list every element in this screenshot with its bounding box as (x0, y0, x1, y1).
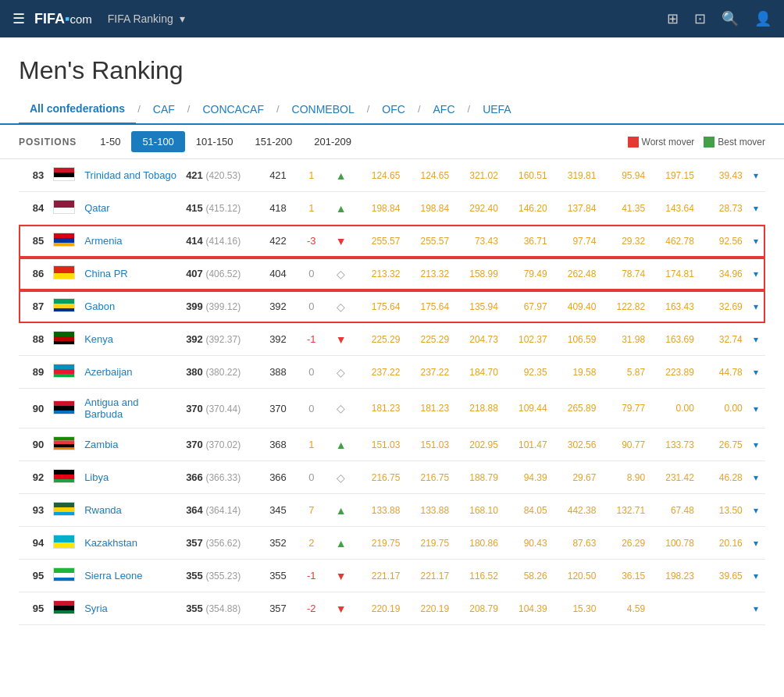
v2-cell: 220.19 (404, 592, 454, 625)
expand-cell[interactable]: ▾ (747, 225, 765, 258)
expand-cell[interactable]: ▾ (747, 527, 765, 560)
rank-cell: 84 (19, 192, 48, 225)
expand-icon[interactable]: ▾ (754, 571, 758, 581)
country-link[interactable]: Trinidad and Tobago (84, 169, 176, 181)
points-exact: (366.33) (205, 472, 241, 483)
country-link[interactable]: Azerbaijan (84, 366, 132, 378)
cart-icon[interactable]: ⊡ (694, 10, 706, 27)
expand-icon[interactable]: ▾ (754, 404, 758, 414)
prev-points-cell: 370 (259, 389, 297, 429)
conf-tab-ofc[interactable]: OFC (371, 95, 416, 123)
pos-tab-201-209[interactable]: 201-209 (303, 131, 362, 152)
country-link[interactable]: Qatar (84, 202, 110, 214)
country-link[interactable]: Antigua and Barbuda (84, 397, 138, 420)
country-link[interactable]: Libya (84, 471, 109, 483)
points-cell: 380 (380.22) (181, 356, 259, 389)
country-cell: Qatar (80, 192, 181, 225)
table-row: 87 Gabon 399 (399.12) 392 0 ◇ 175.64 175… (19, 290, 765, 323)
points-value: 355 (186, 603, 203, 614)
arrow-neutral-icon: ◇ (337, 300, 345, 313)
v8-cell: 46.28 (699, 461, 747, 494)
v3-cell: 158.99 (454, 258, 503, 290)
v2-cell: 124.65 (404, 159, 454, 192)
site-logo[interactable]: FIFA▪com (34, 11, 92, 27)
country-link[interactable]: Syria (84, 603, 108, 614)
expand-icon[interactable]: ▾ (754, 538, 758, 549)
conf-tab-conmebol[interactable]: CONMEBOL (281, 95, 365, 123)
conf-tab-concacaf[interactable]: CONCACAF (191, 95, 275, 123)
expand-icon[interactable]: ▾ (754, 170, 758, 181)
pos-tab-151-200[interactable]: 151-200 (244, 131, 304, 152)
country-link[interactable]: Kenya (84, 333, 113, 345)
v6-cell: 90.77 (600, 429, 650, 461)
country-link[interactable]: Kazakhstan (84, 537, 137, 549)
grid-icon[interactable]: ⊞ (667, 10, 679, 27)
country-cell: Antigua and Barbuda (80, 389, 181, 429)
prev-points-cell: 357 (259, 592, 297, 625)
expand-icon[interactable]: ▾ (754, 236, 758, 247)
menu-icon[interactable]: ☰ (12, 10, 25, 27)
country-link[interactable]: Rwanda (84, 504, 122, 516)
flag-cell (48, 258, 80, 290)
conf-tab-afc[interactable]: AFC (422, 95, 466, 123)
search-icon[interactable]: 🔍 (722, 10, 739, 27)
expand-cell[interactable]: ▾ (747, 592, 765, 625)
expand-icon[interactable]: ▾ (754, 505, 758, 516)
svg-rect-11 (54, 304, 75, 308)
expand-cell[interactable]: ▾ (747, 323, 765, 356)
expand-cell[interactable]: ▾ (747, 290, 765, 323)
v5-cell: 442.38 (552, 494, 601, 527)
v3-cell: 292.40 (454, 192, 503, 225)
conf-tab-caf[interactable]: CAF (142, 95, 186, 123)
expand-cell[interactable]: ▾ (747, 159, 765, 192)
v8-cell: 26.75 (699, 429, 747, 461)
arrow-neutral-icon: ◇ (337, 402, 345, 414)
expand-cell[interactable]: ▾ (747, 429, 765, 461)
expand-icon[interactable]: ▾ (754, 367, 758, 378)
v7-cell: 143.64 (650, 192, 699, 225)
expand-icon[interactable]: ▾ (754, 301, 758, 312)
pos-tab-101-150[interactable]: 101-150 (185, 131, 244, 152)
best-mover-legend: Best mover (704, 137, 765, 148)
v4-cell: 67.97 (503, 290, 552, 323)
nav-label[interactable]: FIFA Ranking ▾ (108, 12, 185, 25)
v1-cell: 124.65 (356, 159, 405, 192)
v6-cell: 31.98 (600, 323, 650, 356)
expand-icon[interactable]: ▾ (754, 334, 758, 345)
v7-cell: 174.81 (650, 258, 699, 290)
expand-icon[interactable]: ▾ (754, 203, 758, 214)
points-exact: (406.52) (205, 268, 241, 279)
country-link[interactable]: Gabon (84, 300, 115, 312)
expand-cell[interactable]: ▾ (747, 560, 765, 592)
prev-points-cell: 422 (259, 225, 297, 258)
pos-tab-1-50[interactable]: 1-50 (89, 131, 131, 152)
user-icon[interactable]: 👤 (754, 10, 772, 27)
expand-icon[interactable]: ▾ (754, 472, 758, 483)
pos-tab-51-100[interactable]: 51-100 (131, 131, 184, 152)
expand-icon[interactable]: ▾ (754, 439, 758, 450)
expand-icon[interactable]: ▾ (754, 603, 758, 614)
svg-rect-33 (54, 542, 75, 549)
expand-cell[interactable]: ▾ (747, 192, 765, 225)
table-row: 88 Kenya 392 (392.37) 392 -1 ▼ 225.29 22… (19, 323, 765, 356)
v4-cell: 79.49 (503, 258, 552, 290)
v8-cell: 44.78 (699, 356, 747, 389)
expand-cell[interactable]: ▾ (747, 258, 765, 290)
v1-cell: 216.75 (356, 461, 405, 494)
conf-tab-uefa[interactable]: UEFA (472, 95, 522, 123)
rank-cell: 94 (19, 527, 48, 560)
expand-cell[interactable]: ▾ (747, 494, 765, 527)
expand-icon[interactable]: ▾ (754, 268, 758, 279)
points-exact: (354.88) (205, 603, 241, 614)
v7-cell: 163.43 (650, 290, 699, 323)
country-link[interactable]: China PR (84, 268, 128, 279)
expand-cell[interactable]: ▾ (747, 389, 765, 429)
points-value: 370 (186, 403, 203, 414)
expand-cell[interactable]: ▾ (747, 356, 765, 389)
country-link[interactable]: Zambia (84, 439, 118, 450)
country-link[interactable]: Armenia (84, 235, 122, 247)
rank-cell: 83 (19, 159, 48, 192)
expand-cell[interactable]: ▾ (747, 461, 765, 494)
country-link[interactable]: Sierra Leone (84, 570, 142, 581)
conf-tab-all[interactable]: All confederations (19, 94, 136, 125)
